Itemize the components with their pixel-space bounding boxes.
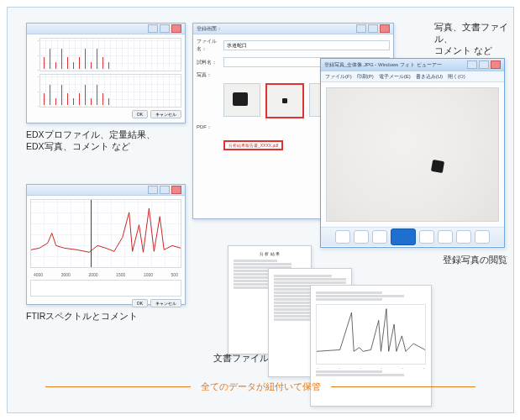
window-controls xyxy=(148,24,181,33)
tick: 2000 xyxy=(88,272,97,277)
menu-file[interactable]: ファイル(F) xyxy=(325,73,352,81)
edx-titlebar xyxy=(27,24,185,34)
rotate-cw-button[interactable] xyxy=(456,230,471,244)
tick: 1000 xyxy=(144,272,153,277)
minimize-button[interactable] xyxy=(356,24,366,33)
edx-button-row: OK キャンセル xyxy=(30,110,181,118)
ftir-comment-box[interactable] xyxy=(30,280,181,297)
caption-photos: 写真、文書ファイル、コメント など xyxy=(434,21,513,57)
zoom-out-button[interactable] xyxy=(335,230,350,244)
window-controls xyxy=(148,186,181,194)
edx-chart-1 xyxy=(39,38,181,71)
sample-label: 試料名： xyxy=(197,59,220,66)
tick: 3000 xyxy=(61,272,71,277)
maximize-button[interactable] xyxy=(160,186,170,194)
edx-chart-1-yaxis: --- xyxy=(30,38,39,71)
ok-button[interactable]: OK xyxy=(132,110,148,118)
close-button[interactable] xyxy=(171,24,181,33)
chip-icon xyxy=(282,98,287,103)
viewer-titlebar: 登録写真_全体像.JPG - Windows フォト ビューアー xyxy=(321,59,504,71)
doc-spectrum-chart xyxy=(316,304,426,365)
file-label: ファイル名： xyxy=(197,38,220,53)
prev-button[interactable] xyxy=(372,230,387,244)
rotate-ccw-button[interactable] xyxy=(438,230,453,244)
sample-chip-icon xyxy=(431,160,444,173)
photo-viewer-window: 登録写真_全体像.JPG - Windows フォト ビューアー ファイル(F)… xyxy=(320,58,505,248)
window-controls xyxy=(467,60,501,69)
pdf-file-chip[interactable]: 分析結果報告書_XXXX.pdf xyxy=(223,140,283,150)
pdf-label: PDF： xyxy=(197,123,220,131)
menu-burn[interactable]: 書き込み(U) xyxy=(416,73,443,81)
maximize-button[interactable] xyxy=(368,24,378,33)
register-titlebar: 登録画面： xyxy=(193,24,393,34)
maximize-button[interactable] xyxy=(479,60,489,69)
close-button[interactable] xyxy=(491,60,501,69)
menu-email[interactable]: 電子メール(E) xyxy=(379,73,411,81)
thumbnail-2-selected[interactable] xyxy=(265,83,304,118)
doc-title: 分 析 結 果 xyxy=(234,251,306,256)
ftir-body: 4000 3000 2000 1500 1000 500 OK キャンセル xyxy=(27,196,185,311)
cup-icon xyxy=(233,92,248,106)
edx-chart-2 xyxy=(39,74,181,108)
minimize-button[interactable] xyxy=(148,186,158,194)
thumbnail-1[interactable] xyxy=(223,83,260,117)
ftir-cursor[interactable] xyxy=(91,200,92,267)
window-controls xyxy=(356,24,390,33)
footer-divider: 全てのデータが紐付いて保管 xyxy=(45,381,475,392)
edx-chart-2-row: --- xyxy=(30,74,181,108)
viewer-window-title: 登録写真_全体像.JPG - Windows フォト ビューアー xyxy=(324,61,442,69)
maximize-button[interactable] xyxy=(160,24,170,33)
caption-ftir: FTIRスペクトルとコメント xyxy=(26,310,138,322)
close-button[interactable] xyxy=(380,24,390,33)
viewer-photo xyxy=(326,87,499,222)
delete-button[interactable] xyxy=(475,230,490,244)
edx-body: --- --- OK キャンセル xyxy=(27,34,185,122)
tick: 1500 xyxy=(116,272,125,277)
cancel-button[interactable]: キャンセル xyxy=(150,110,181,118)
caption-viewer: 登録写真の閲覧 xyxy=(443,254,507,265)
tick: 4000 xyxy=(34,272,43,277)
edx-chart-2-yaxis: --- xyxy=(30,74,39,108)
footer-label: 全てのデータが紐付いて保管 xyxy=(191,381,331,393)
next-button[interactable] xyxy=(419,230,434,244)
ftir-xaxis-ticks: 4000 3000 2000 1500 1000 500 xyxy=(30,271,181,280)
minimize-button[interactable] xyxy=(148,24,158,33)
ok-button[interactable]: OK xyxy=(132,299,148,307)
ftir-window: 4000 3000 2000 1500 1000 500 OK キャンセル xyxy=(26,184,186,305)
viewer-menubar: ファイル(F) 印刷(P) 電子メール(E) 書き込み(U) 開く(O) xyxy=(321,71,504,82)
menu-open[interactable]: 開く(O) xyxy=(448,73,465,81)
file-name-input[interactable] xyxy=(223,40,390,50)
register-window-title: 登録画面： xyxy=(197,25,222,33)
content-panel: EDXプロファイル、定量結果、EDX写真、コメント など FTIRスペクトルとコ… xyxy=(7,7,514,413)
ftir-titlebar xyxy=(27,185,185,196)
minimize-button[interactable] xyxy=(467,60,477,69)
doc-spectrum-xticks: ------ xyxy=(316,366,426,370)
photo-label: 写真： xyxy=(197,71,220,79)
edx-chart-1-row: --- xyxy=(30,38,181,71)
ftir-spectrum-chart xyxy=(30,199,181,268)
zoom-in-button[interactable] xyxy=(354,230,369,244)
close-button[interactable] xyxy=(171,186,181,194)
cancel-button[interactable]: キャンセル xyxy=(150,299,181,307)
edx-window: --- --- OK キャンセル xyxy=(26,23,186,123)
slideshow-button[interactable] xyxy=(391,228,416,245)
tick: 500 xyxy=(171,272,178,277)
file-row: ファイル名： xyxy=(197,38,390,53)
caption-edx: EDXプロファイル、定量結果、EDX写真、コメント など xyxy=(26,129,155,152)
menu-print[interactable]: 印刷(P) xyxy=(357,73,374,81)
viewer-toolbar xyxy=(321,227,504,246)
